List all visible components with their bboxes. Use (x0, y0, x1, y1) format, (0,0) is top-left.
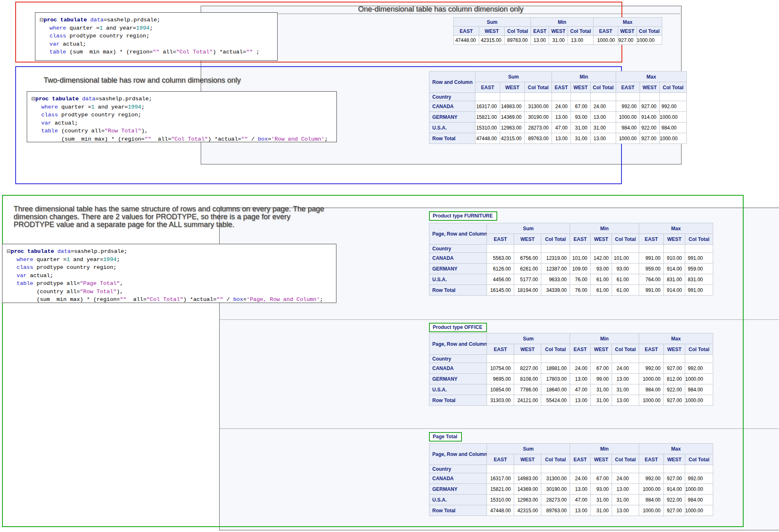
row-header: U.S.A. (429, 123, 475, 133)
code-token: "Row Total" (80, 289, 116, 295)
code-token: all= (151, 136, 172, 142)
column-group-header: Min (531, 18, 594, 27)
table-cell (487, 245, 514, 253)
column-header: EAST (475, 82, 500, 93)
code-token: ; (320, 296, 323, 303)
code-token: and year= (95, 104, 128, 110)
column-header: WEST (664, 234, 685, 245)
column-header: WEST (591, 344, 612, 355)
code-token (7, 273, 16, 279)
code-token: 1994 (103, 257, 116, 263)
collapse-code-icon[interactable]: ⊟ (31, 96, 35, 102)
section-two-heading: Two-dimensional table has row and column… (44, 76, 241, 85)
table-cell: 15821.00 (487, 484, 514, 495)
table-cell: 13.00 (591, 133, 616, 144)
column-header: Col Total (685, 234, 713, 245)
column-group-header: Min (570, 333, 639, 344)
table-cell (514, 245, 541, 253)
collapse-code-icon[interactable]: ⊟ (39, 17, 44, 23)
table-cell: 67.00 (591, 363, 612, 374)
column-header: Col Total (660, 82, 687, 93)
code-token: all= (160, 49, 176, 55)
table-cell: 47448.00 (487, 505, 514, 516)
table-cell: 17803.00 (541, 374, 570, 384)
table-cell (685, 465, 713, 473)
column-header: WEST (514, 234, 541, 245)
table-cell: 34339.00 (541, 285, 570, 296)
table-cell: 24.00 (612, 473, 639, 484)
table-cell: 89763.00 (505, 36, 531, 45)
column-header: EAST (570, 234, 591, 245)
row-header: Row Total (429, 285, 487, 296)
table-cell: 927.00 (640, 133, 660, 144)
table-cell: 910.00 (664, 253, 685, 264)
table-cell: 13.00 (612, 484, 639, 495)
code-token: table (16, 280, 33, 287)
code-token: var (41, 120, 51, 126)
table-row: Row Total47448.0042315.0089763.0013.0031… (429, 133, 687, 144)
row-header: CANADA (429, 253, 487, 264)
table-cell: 10754.00 (487, 363, 514, 374)
column-header: EAST (594, 27, 618, 36)
table-cell: 15310.00 (475, 123, 500, 133)
table-cell: 1000.00 (685, 505, 713, 516)
code-token: (sum min max) * (region= (7, 296, 120, 303)
column-header: EAST (639, 234, 664, 245)
table-cell: 101.00 (612, 253, 639, 264)
table-cell (571, 93, 591, 101)
table-row: U.S.A.15310.0012963.0028273.0047.0031.00… (429, 123, 687, 133)
column-header: Col Total (505, 27, 531, 36)
table-cell: 12963.00 (500, 123, 525, 133)
column-header: WEST (591, 234, 612, 245)
column-header: EAST (616, 82, 640, 93)
table-cell: 992.00 (685, 473, 713, 484)
table-cell (487, 355, 514, 363)
column-group-header: Min (552, 72, 616, 82)
page-total-table: Page, Row and ColumnSumMinMaxEASTWESTCol… (429, 443, 713, 516)
box-header: Page, Row and Column (429, 444, 487, 465)
table-cell: 55424.00 (541, 395, 570, 406)
table-cell: 1000.00 (616, 133, 640, 144)
code-token: 'Page, Row and Column' (246, 296, 320, 303)
code-token: (sum min max) * (region= (66, 49, 153, 55)
table-cell (591, 93, 616, 101)
row-header: Row Total (429, 505, 487, 516)
code-token: 1994 (136, 25, 149, 31)
table-cell: 5177.00 (514, 274, 541, 285)
table-cell: 14369.00 (500, 112, 525, 123)
collapse-code-icon[interactable]: ⊟ (7, 248, 11, 254)
table-cell: 61.00 (612, 285, 639, 296)
code-token: proc tabulate (44, 17, 90, 23)
column-group-header: Max (639, 444, 713, 454)
code-token: quarter = (58, 104, 91, 110)
column-group-header: Min (570, 223, 639, 234)
code-token: ) *actual= (208, 136, 241, 142)
code-token: box (258, 136, 268, 142)
column-header: WEST (549, 27, 568, 36)
table-row: Row Total47448.0042315.0089763.0013.0031… (429, 505, 713, 516)
table-cell (616, 93, 640, 101)
table-cell (639, 245, 664, 253)
table-row: GERMANY6126.006261.0012387.00109.0093.00… (429, 264, 713, 274)
table-row: Country (429, 465, 713, 473)
row-header: CANADA (429, 101, 475, 112)
table-cell: 914.00 (664, 285, 685, 296)
table-cell: 927.00 (640, 101, 660, 112)
table-cell: 31.00 (571, 123, 591, 133)
row-header: Country (429, 355, 487, 363)
table-cell: 13.00 (612, 395, 639, 406)
box-header: Page, Row and Column (429, 223, 487, 245)
row-header: Row Total (429, 395, 487, 406)
table-row: CANADA5563.006756.0012319.00101.00142.00… (429, 253, 713, 264)
table-row: Country (429, 245, 713, 253)
table-cell: 47.00 (570, 495, 591, 505)
table-cell: 24.00 (570, 473, 591, 484)
table-cell: 31300.00 (525, 101, 552, 112)
table-row: U.S.A.4456.005177.009633.0076.0061.0061.… (429, 274, 713, 285)
code-token: proc tabulate (35, 96, 82, 102)
code-token (31, 128, 41, 134)
column-header: EAST (487, 234, 514, 245)
code-token (31, 104, 41, 110)
code-token: / (223, 296, 233, 303)
column-group-header: Sum (487, 444, 570, 454)
